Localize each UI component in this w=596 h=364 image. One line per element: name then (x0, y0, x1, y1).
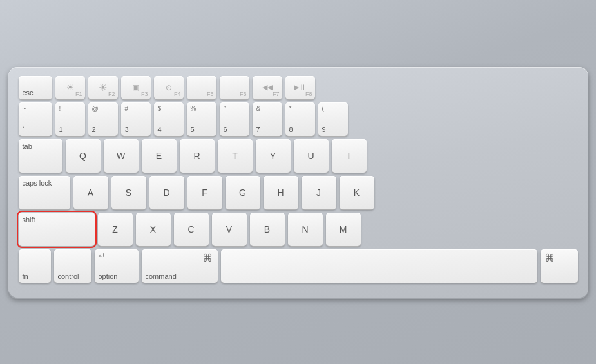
key-m[interactable]: M (326, 213, 361, 246)
key-d[interactable]: D (149, 176, 184, 209)
key-space[interactable] (221, 249, 537, 283)
key-c[interactable]: C (174, 213, 209, 246)
key-n[interactable]: N (288, 213, 323, 246)
key-h[interactable]: H (264, 176, 298, 209)
key-3[interactable]: # 3 (121, 102, 151, 136)
key-fn[interactable]: fn (19, 249, 51, 283)
number-row: ~ ` ! 1 @ 2 # 3 $ 4 % 5 ^ 6 & 7 (19, 102, 578, 136)
key-b[interactable]: B (250, 213, 285, 246)
key-t[interactable]: T (218, 139, 253, 173)
key-option[interactable]: alt option (95, 249, 139, 283)
key-7[interactable]: & 7 (253, 102, 282, 136)
key-f2[interactable]: ☀ F2 (88, 76, 118, 99)
key-8[interactable]: * 8 (285, 102, 315, 136)
key-command-left[interactable]: ⌘ command (142, 249, 218, 283)
asdf-row: caps lock A S D F G H J K (19, 176, 578, 209)
key-1[interactable]: ! 1 (55, 102, 85, 136)
key-k[interactable]: K (340, 176, 374, 209)
key-g[interactable]: G (226, 176, 260, 209)
key-tilde[interactable]: ~ ` (19, 102, 52, 136)
key-r[interactable]: R (180, 139, 215, 173)
key-s[interactable]: S (111, 176, 146, 209)
key-j[interactable]: J (302, 176, 336, 209)
key-6[interactable]: ^ 6 (220, 102, 249, 136)
bottom-row: fn control alt option ⌘ command ⌘ (19, 249, 578, 283)
key-command-right[interactable]: ⌘ (541, 249, 578, 283)
key-5[interactable]: % 5 (187, 102, 216, 136)
key-esc[interactable]: esc (19, 76, 52, 99)
key-f5[interactable]: F5 (187, 76, 216, 99)
key-f7[interactable]: ◀◀ F7 (253, 76, 282, 99)
key-z[interactable]: Z (98, 213, 133, 246)
key-a[interactable]: A (73, 176, 108, 209)
qwerty-row: tab Q W E R T Y U I (19, 139, 578, 173)
key-9[interactable]: ( 9 (318, 102, 348, 136)
key-2[interactable]: @ 2 (88, 102, 118, 136)
key-capslock[interactable]: caps lock (19, 176, 70, 209)
key-v[interactable]: V (212, 213, 247, 246)
key-4[interactable]: $ 4 (154, 102, 184, 136)
key-tab[interactable]: tab (19, 139, 62, 173)
key-f3[interactable]: ▣ F3 (121, 76, 151, 99)
key-f8[interactable]: ▶⏸ F8 (285, 76, 315, 99)
key-q[interactable]: Q (66, 139, 101, 173)
keyboard: esc ☀ F1 ☀ F2 ▣ F3 ⊙ F4 F5 F6 ◀◀ F7 ▶⏸ (8, 67, 588, 298)
key-x[interactable]: X (136, 213, 171, 246)
fn-row: esc ☀ F1 ☀ F2 ▣ F3 ⊙ F4 F5 F6 ◀◀ F7 ▶⏸ (19, 76, 578, 99)
key-w[interactable]: W (104, 139, 139, 173)
key-f[interactable]: F (187, 176, 222, 209)
zxcv-row: shift Z X C V B N M (19, 213, 578, 246)
key-f1[interactable]: ☀ F1 (55, 76, 85, 99)
key-f6[interactable]: F6 (220, 76, 249, 99)
key-shift-left[interactable]: shift (19, 213, 95, 246)
key-f4[interactable]: ⊙ F4 (154, 76, 184, 99)
key-u[interactable]: U (294, 139, 329, 173)
key-control[interactable]: control (54, 249, 91, 283)
key-e[interactable]: E (142, 139, 177, 173)
key-i[interactable]: I (332, 139, 367, 173)
key-y[interactable]: Y (256, 139, 291, 173)
